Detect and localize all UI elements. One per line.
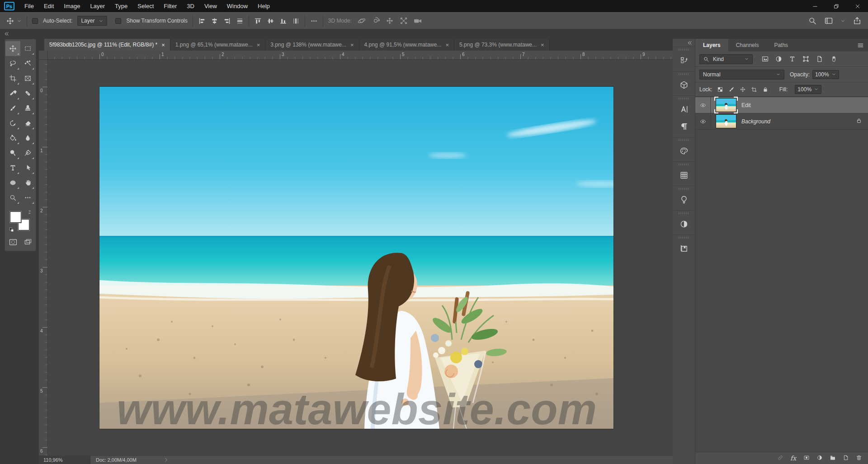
foreground-color-swatch[interactable] <box>10 211 21 223</box>
tool-clone-stamp[interactable] <box>20 101 35 116</box>
screen-mode-icon[interactable] <box>24 238 33 247</box>
dock-patterns-button[interactable] <box>675 167 693 184</box>
tool-magic-wand[interactable] <box>20 56 35 71</box>
chevron-right-icon[interactable] <box>163 457 169 463</box>
dock-history-button[interactable] <box>675 52 693 69</box>
menu-view[interactable]: View <box>199 0 222 12</box>
type-layer-filter-icon[interactable] <box>788 55 796 63</box>
swap-colors-icon[interactable] <box>27 210 32 215</box>
tool-path-selection[interactable] <box>20 160 35 175</box>
dock-grip[interactable] <box>679 73 689 75</box>
slide-3d-camera-icon[interactable] <box>399 16 408 25</box>
tool-rectangular-marquee[interactable] <box>20 41 35 56</box>
footer-link-layers-button[interactable] <box>777 455 783 462</box>
dock-grip[interactable] <box>679 139 689 141</box>
dock-grip[interactable] <box>679 188 689 190</box>
align-right-edges-icon[interactable] <box>223 17 231 25</box>
dock-grip[interactable] <box>679 164 689 165</box>
lock-all-icon[interactable] <box>762 86 769 93</box>
panel-tab-layers[interactable]: Layers <box>695 39 728 52</box>
tool-move[interactable] <box>5 41 20 56</box>
visibility-cell[interactable] <box>695 113 711 129</box>
pixel-layer-filter-icon[interactable] <box>761 55 769 63</box>
zoom-3d-camera-icon[interactable] <box>413 16 422 25</box>
lock-artboard-icon[interactable] <box>751 86 757 93</box>
tool-dodge[interactable] <box>5 145 20 160</box>
menu-edit[interactable]: Edit <box>39 0 59 12</box>
lock-paint-icon[interactable] <box>728 86 735 93</box>
show-transform-checkbox[interactable] <box>115 18 121 24</box>
restore-button[interactable] <box>826 0 847 12</box>
lock-move-icon[interactable] <box>740 86 746 93</box>
tool-crop[interactable] <box>5 71 20 86</box>
tool-lasso[interactable] <box>5 56 20 71</box>
layer-thumbnail[interactable] <box>716 98 736 112</box>
tool-ellipse-shape[interactable] <box>5 175 20 190</box>
tool-brush[interactable] <box>5 101 20 116</box>
tool-spot-healing-brush[interactable] <box>20 86 35 101</box>
panel-tab-channels[interactable]: Channels <box>728 39 767 52</box>
dock-learn-button[interactable] <box>675 191 693 208</box>
distribute-horizontal-centers-icon[interactable] <box>236 17 244 25</box>
document-tab[interactable]: 3.png @ 138% (www.matawe...× <box>265 39 359 51</box>
tool-eraser[interactable] <box>20 116 35 131</box>
menu-filter[interactable]: Filter <box>159 0 182 12</box>
ruler-left[interactable]: 0123456 <box>39 60 48 455</box>
roll-3d-camera-icon[interactable] <box>371 16 380 25</box>
tool-zoom[interactable] <box>5 190 20 205</box>
menu-layer[interactable]: Layer <box>85 0 110 12</box>
tool-more-tools[interactable] <box>20 190 35 205</box>
dock-grip[interactable] <box>679 237 689 239</box>
dock-grip[interactable] <box>679 49 689 51</box>
tool-history-brush[interactable] <box>5 116 20 131</box>
dock-grip[interactable] <box>679 98 689 99</box>
tab-close-button[interactable]: × <box>257 42 260 48</box>
share-icon[interactable] <box>853 16 862 25</box>
document-tab[interactable]: 5.png @ 73,3% (www.matawe...× <box>454 39 550 51</box>
dock-grip[interactable] <box>679 212 689 214</box>
align-vertical-centers-icon[interactable] <box>267 17 274 25</box>
tool-hand[interactable] <box>20 175 35 190</box>
footer-new-layer-button[interactable] <box>843 455 849 462</box>
distribute-vertical-centers-icon[interactable] <box>292 17 300 25</box>
align-horizontal-centers-icon[interactable] <box>211 17 218 25</box>
menu-select[interactable]: Select <box>132 0 159 12</box>
ruler-origin[interactable] <box>39 51 48 60</box>
footer-new-group-button[interactable] <box>830 455 836 462</box>
auto-select-checkbox[interactable] <box>32 18 38 24</box>
default-colors-icon[interactable] <box>9 227 14 232</box>
ellipsis-icon[interactable] <box>310 17 318 25</box>
menu-image[interactable]: Image <box>59 0 85 12</box>
document-tab[interactable]: 1.png @ 65,1% (www.matawe...× <box>170 39 266 51</box>
tool-eyedropper[interactable] <box>5 86 20 101</box>
menu-help[interactable]: Help <box>253 0 275 12</box>
chevrons-left-icon[interactable] <box>686 40 693 46</box>
tab-close-button[interactable]: × <box>161 42 165 48</box>
tab-close-button[interactable]: × <box>350 42 354 48</box>
pan-3d-camera-icon[interactable] <box>385 16 394 25</box>
menu-file[interactable]: File <box>19 0 39 12</box>
tool-frame[interactable] <box>20 71 35 86</box>
lock-transparent-icon[interactable] <box>717 86 723 93</box>
panel-menu-button[interactable] <box>857 39 868 52</box>
minimize-button[interactable] <box>804 0 826 12</box>
menu-type[interactable]: Type <box>110 0 132 12</box>
close-button[interactable] <box>847 0 868 12</box>
filter-toggle-icon[interactable] <box>830 55 838 63</box>
panel-tab-paths[interactable]: Paths <box>766 39 796 52</box>
dock-paragraph-button[interactable] <box>675 118 693 135</box>
quick-mask-icon[interactable] <box>9 238 18 247</box>
document-canvas[interactable]: www.matawebsite.com <box>99 87 613 429</box>
dock-threed-button[interactable] <box>675 76 693 94</box>
chevron-down-icon[interactable] <box>17 19 22 23</box>
tab-close-button[interactable]: × <box>445 42 449 48</box>
search-icon[interactable] <box>808 16 817 25</box>
smart-object-filter-icon[interactable] <box>816 55 823 63</box>
dock-libraries-button[interactable] <box>675 240 693 257</box>
layer-row-background[interactable]: Background <box>695 113 868 130</box>
document-tab[interactable]: 4.png @ 91,5% (www.matawe...× <box>359 39 455 51</box>
dock-swatches-button[interactable] <box>675 142 693 159</box>
align-bottom-edges-icon[interactable] <box>279 17 287 25</box>
opacity-field[interactable]: 100% <box>812 70 839 79</box>
footer-new-adjustment-layer-button[interactable] <box>816 455 823 462</box>
